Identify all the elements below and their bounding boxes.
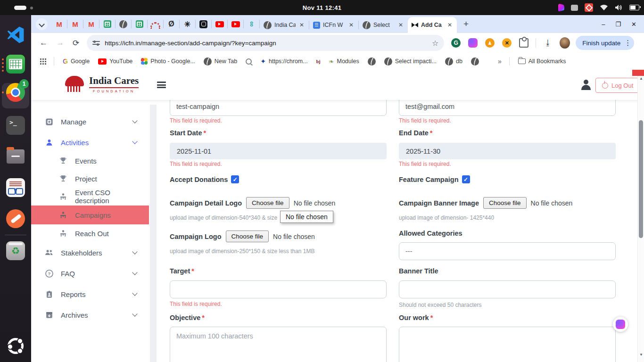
- tab-icfn[interactable]: ICFn W ✕: [309, 17, 358, 33]
- finish-update-button[interactable]: Finish update ⋮: [576, 36, 634, 50]
- tab-select[interactable]: Select ✕: [359, 17, 408, 33]
- pinned-tab-youtube[interactable]: [231, 19, 240, 29]
- sidebar-item-stakeholders[interactable]: Stakeholders: [31, 242, 149, 263]
- tab-close-icon[interactable]: ✕: [298, 22, 305, 28]
- sidebar-item-manage[interactable]: Manage: [31, 111, 149, 132]
- tab-close-icon[interactable]: ✕: [397, 22, 404, 28]
- orange-extension[interactable]: ♟: [485, 38, 495, 48]
- sidebar-item-campaigns[interactable]: Campaigns: [31, 206, 149, 224]
- new-tab-button[interactable]: +: [463, 19, 469, 29]
- sidebar-item-faq[interactable]: ? FAQ: [31, 263, 149, 284]
- pinned-tab-sheets[interactable]: [102, 19, 112, 29]
- bookmark-chrome-link[interactable]: ✦https://chrom...: [260, 58, 307, 65]
- pinned-tab-instagram[interactable]: [198, 19, 208, 29]
- allowed-categories-select[interactable]: ---: [399, 242, 616, 260]
- address-bar[interactable]: https://icfn.in/manage-section/add-campa…: [87, 35, 444, 51]
- sidebar-item-event-cso-description[interactable]: Event CSO description: [31, 188, 149, 206]
- back-button[interactable]: ←: [40, 38, 48, 48]
- pinned-tab-flower[interactable]: ✳: [182, 19, 192, 29]
- sidebar-item-project[interactable]: Project: [31, 170, 149, 188]
- sidebar-item-reach-out[interactable]: Reach Out: [31, 224, 149, 242]
- reload-button[interactable]: ⟳: [73, 38, 79, 48]
- content-scrollbar-track[interactable]: [150, 105, 157, 362]
- dock-postman[interactable]: [5, 208, 26, 229]
- user-profile-icon[interactable]: [581, 80, 591, 90]
- downloads-button[interactable]: ⭳: [543, 38, 553, 48]
- close-button[interactable]: ✕: [631, 21, 636, 28]
- campaign-name-input[interactable]: [170, 97, 387, 116]
- pinned-tab-sheets[interactable]: [134, 19, 144, 29]
- sidebar-item-archives[interactable]: Archives: [31, 304, 149, 325]
- system-clock[interactable]: Nov 11 12:41: [0, 0, 644, 15]
- pinned-tab-loop[interactable]: ∞: [247, 19, 256, 29]
- pinned-tab-youtube[interactable]: [215, 19, 224, 29]
- dock-terminal[interactable]: >_: [5, 115, 26, 136]
- tab-add-campaign-active[interactable]: Add Ca ✕: [408, 17, 457, 33]
- feature-campaign-checkbox[interactable]: ✓: [462, 175, 470, 183]
- choose-file-button[interactable]: Choose file: [483, 197, 527, 209]
- bookmark-star-icon[interactable]: ☆: [432, 39, 438, 48]
- site-settings-icon[interactable]: [92, 40, 100, 46]
- tab-search-button[interactable]: [36, 18, 48, 30]
- accept-donations-checkbox[interactable]: ✓: [231, 175, 239, 183]
- bookmark-google[interactable]: GGoogle: [63, 58, 90, 65]
- bookmark-youtube[interactable]: YouTube: [98, 58, 132, 65]
- bookmark-db[interactable]: db: [445, 58, 462, 66]
- bookmark-modules[interactable]: ❧Modules: [329, 58, 359, 65]
- sidebar-item-activities[interactable]: Activities: [31, 132, 149, 153]
- pinned-tab-slash[interactable]: Ø: [166, 19, 176, 29]
- pinned-tab-gmail[interactable]: M: [54, 19, 64, 29]
- bookmark-google-photos[interactable]: Photo - Google...: [141, 58, 195, 65]
- forward-button[interactable]: →: [56, 38, 64, 48]
- tab-close-icon[interactable]: ✕: [446, 22, 453, 28]
- bookmark-globe[interactable]: [368, 58, 376, 66]
- objective-textarea[interactable]: [170, 327, 387, 362]
- tab-close-icon[interactable]: ✕: [348, 22, 355, 28]
- dock-show-applications[interactable]: [5, 336, 26, 356]
- profile-avatar[interactable]: [560, 38, 570, 48]
- apps-grid-button[interactable]: [40, 58, 46, 65]
- our-work-textarea[interactable]: [399, 327, 616, 362]
- brain-assistant-fab[interactable]: [613, 317, 628, 332]
- brain-extension[interactable]: [468, 38, 478, 48]
- grammarly-extension[interactable]: G: [451, 38, 461, 48]
- dock-chrome[interactable]: 1: [5, 82, 26, 103]
- bookmark-new-tab[interactable]: New Tab: [204, 58, 237, 66]
- sidebar-item-reports[interactable]: Reports: [31, 284, 149, 304]
- orange-x-extension[interactable]: ✕: [502, 38, 512, 48]
- minimize-button[interactable]: –: [602, 21, 605, 28]
- url-text[interactable]: https://icfn.in/manage-section/add-campa…: [105, 40, 432, 47]
- choose-file-button[interactable]: Choose file: [226, 230, 269, 242]
- sidebar-item-events[interactable]: Events: [31, 152, 149, 170]
- scrollbar-thumb[interactable]: [639, 120, 643, 238]
- bookmarks-overflow-button[interactable]: »: [498, 58, 502, 65]
- bookmark-search[interactable]: [246, 58, 252, 65]
- brand-logo[interactable]: India Cares Foundation: [64, 75, 139, 94]
- pinned-tab-gmail[interactable]: M: [86, 19, 96, 29]
- choose-file-button[interactable]: Choose file: [246, 197, 289, 209]
- start-date-input[interactable]: 2025-11-01: [170, 143, 387, 159]
- banner-title-input[interactable]: [399, 280, 616, 298]
- bookmark-select-impact[interactable]: Select impacti...: [384, 58, 437, 66]
- extensions-menu[interactable]: [519, 38, 529, 48]
- end-date-input[interactable]: 2025-11-30: [399, 143, 616, 159]
- hamburger-menu-button[interactable]: [157, 82, 166, 88]
- scroll-down-icon[interactable]: ▼: [638, 353, 644, 357]
- target-input[interactable]: [170, 280, 387, 298]
- dock-trash[interactable]: ♻: [5, 240, 26, 261]
- pinned-tab-arc[interactable]: [150, 19, 160, 29]
- restore-button[interactable]: ❐: [615, 21, 621, 28]
- bookmark-globe[interactable]: [471, 58, 479, 66]
- pinned-tab-globe[interactable]: [118, 19, 128, 29]
- pinned-tab-gmail[interactable]: M: [70, 19, 80, 29]
- page-scrollbar[interactable]: ▲ ▼: [637, 70, 644, 362]
- dock-libreoffice-calc[interactable]: [5, 54, 26, 74]
- logout-button[interactable]: Log Out: [595, 78, 640, 93]
- email-input[interactable]: [399, 97, 616, 116]
- dock-document-viewer[interactable]: [5, 177, 26, 198]
- scroll-up-icon[interactable]: ▲: [638, 76, 644, 81]
- browser-menu-icon[interactable]: ⋮: [624, 39, 631, 47]
- dock-vscode[interactable]: [5, 25, 26, 45]
- all-bookmarks-button[interactable]: All Bookmarks: [518, 58, 566, 65]
- bookmark-bajaj[interactable]: bj: [316, 59, 321, 64]
